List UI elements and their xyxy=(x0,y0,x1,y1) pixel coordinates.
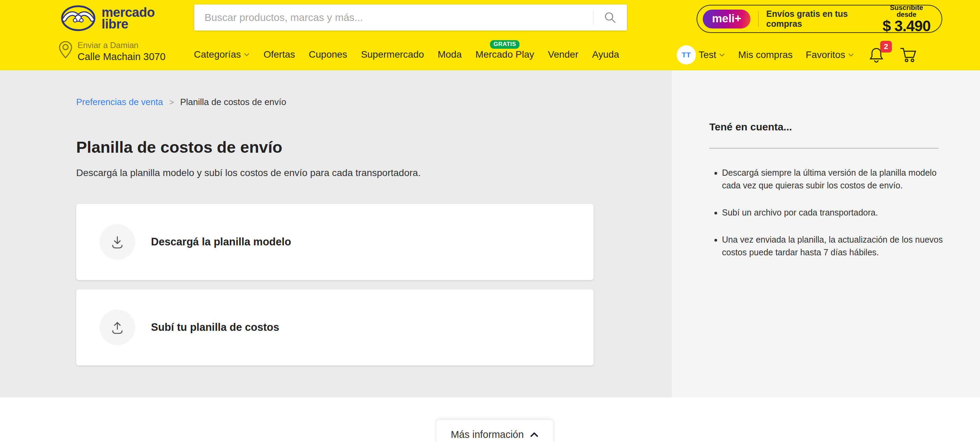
nav-item-mercado-play[interactable]: GRATIS Mercado Play xyxy=(476,49,534,60)
nav-item-ayuda[interactable]: Ayuda xyxy=(592,49,619,60)
page-title: Planilla de costos de envío xyxy=(76,138,282,156)
breadcrumb-link-preferencias[interactable]: Preferencias de venta xyxy=(76,97,163,107)
cart-button[interactable] xyxy=(899,47,917,63)
footer: Más información xyxy=(0,397,980,442)
chevron-down-icon xyxy=(848,52,854,57)
search-icon xyxy=(604,11,616,24)
avatar: TT xyxy=(677,45,696,65)
banner-price: $ 3.490 xyxy=(882,19,931,33)
banner-price-block: Suscribite desde $ 3.490 xyxy=(882,4,933,33)
breadcrumb-separator: > xyxy=(169,97,174,107)
chevron-up-icon xyxy=(530,431,539,437)
location-pin-icon xyxy=(58,40,73,60)
banner-text: Envíos gratis en tus compras xyxy=(766,9,874,29)
main-navigation: Categorías Ofertas Cupones Supermercado … xyxy=(194,49,619,60)
logo-wordmark: mercado libre xyxy=(102,6,155,30)
chevron-down-icon xyxy=(243,52,250,57)
card-label: Subí tu planilla de costos xyxy=(151,321,279,334)
more-info-label: Más información xyxy=(451,429,524,440)
user-navigation: TT Test Mis compras Favoritos 2 xyxy=(677,45,917,65)
meli-plus-banner[interactable]: meli+ Envíos gratis en tus compras Suscr… xyxy=(697,5,942,33)
gratis-badge: GRATIS xyxy=(490,40,520,49)
breadcrumb: Preferencias de venta > Planilla de cost… xyxy=(76,97,286,107)
more-info-button[interactable]: Más información xyxy=(436,419,554,442)
nav-item-ofertas[interactable]: Ofertas xyxy=(264,49,295,60)
breadcrumb-current: Planilla de costos de envío xyxy=(180,97,286,107)
download-template-card[interactable]: Descargá la planilla modelo xyxy=(76,204,593,280)
search-input[interactable] xyxy=(194,12,593,23)
meli-plus-badge: meli+ xyxy=(703,10,751,29)
tips-sidebar: Tené en cuenta... Descargá siempre la úl… xyxy=(672,70,980,397)
chevron-down-icon xyxy=(719,52,725,57)
search-button[interactable] xyxy=(593,5,627,30)
notifications-button[interactable]: 2 xyxy=(869,46,884,64)
nav-item-supermercado[interactable]: Supermercado xyxy=(361,49,424,60)
download-icon xyxy=(109,234,126,250)
nav-item-vender[interactable]: Vender xyxy=(548,49,579,60)
location-address: Calle Machain 3070 xyxy=(78,51,165,62)
header: mercado libre meli+ Envíos gratis en tus… xyxy=(0,0,980,70)
sidebar-divider xyxy=(709,148,939,149)
user-name: Test xyxy=(698,49,716,60)
search-bar xyxy=(194,5,627,30)
main-content: Preferencias de venta > Planilla de cost… xyxy=(0,70,672,397)
user-menu[interactable]: TT Test xyxy=(677,45,725,65)
cart-icon xyxy=(899,47,917,63)
banner-cta-small: Suscribite desde xyxy=(882,4,931,18)
handshake-logo-icon xyxy=(60,5,96,32)
upload-icon xyxy=(109,319,126,335)
my-purchases-link[interactable]: Mis compras xyxy=(738,49,793,60)
nav-item-moda[interactable]: Moda xyxy=(438,49,462,60)
banner-divider xyxy=(758,11,759,27)
favorites-menu[interactable]: Favoritos xyxy=(806,49,854,60)
page-subtitle: Descargá la planilla modelo y subí los c… xyxy=(76,167,421,178)
sidebar-bullet: Una vez enviada la planilla, la actualiz… xyxy=(722,233,947,259)
nav-item-cupones[interactable]: Cupones xyxy=(309,49,347,60)
notification-count-badge: 2 xyxy=(880,41,892,52)
upload-spreadsheet-card[interactable]: Subí tu planilla de costos xyxy=(76,289,593,366)
icon-circle xyxy=(100,224,135,260)
sidebar-title: Tené en cuenta... xyxy=(709,121,792,133)
sidebar-bullet: Descargá siempre la última versión de la… xyxy=(722,167,947,192)
sidebar-bullet-list: Descargá siempre la última versión de la… xyxy=(714,167,947,273)
sidebar-bullet: Subí un archivo por cada transportadora. xyxy=(722,206,947,219)
mercadolibre-logo[interactable]: mercado libre xyxy=(60,5,155,32)
location-label: Enviar a Damian xyxy=(78,40,165,50)
card-label: Descargá la planilla modelo xyxy=(151,236,291,248)
icon-circle xyxy=(100,310,135,345)
shipping-location[interactable]: Enviar a Damian Calle Machain 3070 xyxy=(58,40,165,62)
nav-item-categorias[interactable]: Categorías xyxy=(194,49,250,60)
